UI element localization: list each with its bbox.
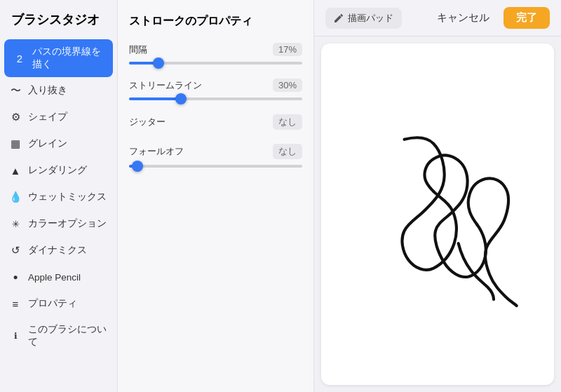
done-button[interactable]: 完了: [503, 7, 550, 29]
sidebar-item-label: このブラシについて: [28, 323, 109, 349]
sidebar-item-shape[interactable]: ⚙ シェイプ: [0, 104, 117, 130]
spacing-thumb[interactable]: [153, 58, 164, 69]
taper-icon: 〜: [8, 83, 22, 97]
spacing-slider[interactable]: [129, 62, 302, 65]
jitter-property: ジッター なし: [129, 114, 302, 130]
spacing-property: 間隔 17%: [129, 43, 302, 65]
cancel-button[interactable]: キャンセル: [431, 8, 495, 27]
right-panel: 描画パッド キャンセル 完了: [314, 0, 561, 392]
streamline-value: 30%: [273, 79, 302, 92]
about-icon: ℹ: [8, 329, 22, 343]
sidebar-item-label: Apple Pencil: [28, 272, 81, 283]
sidebar-item-label: 入り抜き: [28, 84, 67, 97]
sidebar-item-grain[interactable]: ▦ グレイン: [0, 130, 117, 157]
sidebar-item-label: レンダリング: [28, 164, 87, 177]
sidebar-item-label: カラーオプション: [28, 217, 107, 230]
falloff-value: なし: [273, 144, 302, 159]
spacing-header: 間隔 17%: [129, 43, 302, 56]
streamline-header: ストリームライン 30%: [129, 79, 302, 92]
sidebar-item-label: パスの境界線を描く: [32, 46, 104, 71]
sidebar: ブラシスタジオ 2 パスの境界線を描く 〜 入り抜き ⚙ シェイプ ▦ グレイン…: [0, 0, 118, 392]
drawing-pad-button[interactable]: 描画パッド: [325, 8, 402, 29]
sidebar-item-about[interactable]: ℹ このブラシについて: [0, 317, 117, 355]
streamline-property: ストリームライン 30%: [129, 79, 302, 100]
falloff-property: フォールオフ なし: [129, 144, 302, 168]
color-options-icon: ✳: [8, 217, 22, 231]
jitter-label: ジッター: [129, 116, 165, 128]
sidebar-item-label: ウェットミックス: [28, 191, 107, 203]
sidebar-item-label: グレイン: [28, 137, 67, 150]
sidebar-item-properties[interactable]: ≡ プロパティ: [0, 290, 117, 317]
streamline-label: ストリームライン: [129, 79, 202, 92]
apple-pencil-icon: ●: [8, 270, 22, 284]
rendering-icon: ▲: [8, 163, 22, 177]
drawing-pad-label: 描画パッド: [348, 12, 393, 25]
falloff-thumb[interactable]: [132, 161, 143, 172]
sidebar-item-dynamics[interactable]: ↺ ダイナミクス: [0, 237, 117, 264]
falloff-header: フォールオフ なし: [129, 144, 302, 159]
edit-icon: [334, 13, 344, 23]
stroke-path-icon: 2: [13, 51, 27, 65]
jitter-value: なし: [273, 114, 302, 130]
sidebar-item-label: ダイナミクス: [28, 244, 87, 257]
spacing-label: 間隔: [129, 43, 147, 56]
streamline-thumb[interactable]: [175, 93, 187, 104]
sidebar-item-label: プロパティ: [28, 297, 77, 310]
panel-title: ストロークのプロパティ: [129, 14, 302, 29]
drawing-canvas: [321, 43, 554, 385]
sidebar-item-color-options[interactable]: ✳ カラーオプション: [0, 210, 117, 237]
sidebar-item-rendering[interactable]: ▲ レンダリング: [0, 157, 117, 184]
toolbar-right: キャンセル 完了: [431, 7, 550, 29]
jitter-header: ジッター なし: [129, 114, 302, 130]
sidebar-item-taper[interactable]: 〜 入り抜き: [0, 77, 117, 104]
sidebar-item-apple-pencil[interactable]: ● Apple Pencil: [0, 264, 117, 290]
sidebar-item-wet-mix[interactable]: 💧 ウェットミックス: [0, 184, 117, 210]
properties-icon: ≡: [8, 297, 22, 311]
streamline-slider[interactable]: [129, 97, 302, 100]
spacing-value: 17%: [273, 43, 302, 56]
sidebar-item-stroke-path[interactable]: 2 パスの境界線を描く: [4, 39, 113, 77]
right-toolbar: 描画パッド キャンセル 完了: [314, 0, 561, 36]
sidebar-item-label: シェイプ: [28, 111, 67, 123]
shape-icon: ⚙: [8, 110, 22, 124]
wet-mix-icon: 💧: [8, 190, 22, 204]
grain-icon: ▦: [8, 137, 22, 151]
falloff-slider[interactable]: [129, 165, 302, 168]
middle-panel: ストロークのプロパティ 間隔 17% ストリームライン 30%: [118, 0, 314, 392]
app-container: ブラシスタジオ 2 パスの境界線を描く 〜 入り抜き ⚙ シェイプ ▦ グレイン…: [0, 0, 561, 392]
streamline-fill: [129, 97, 181, 100]
dynamics-icon: ↺: [8, 243, 22, 257]
app-title: ブラシスタジオ: [0, 11, 117, 39]
canvas-area[interactable]: [321, 43, 554, 385]
falloff-label: フォールオフ: [129, 145, 184, 158]
